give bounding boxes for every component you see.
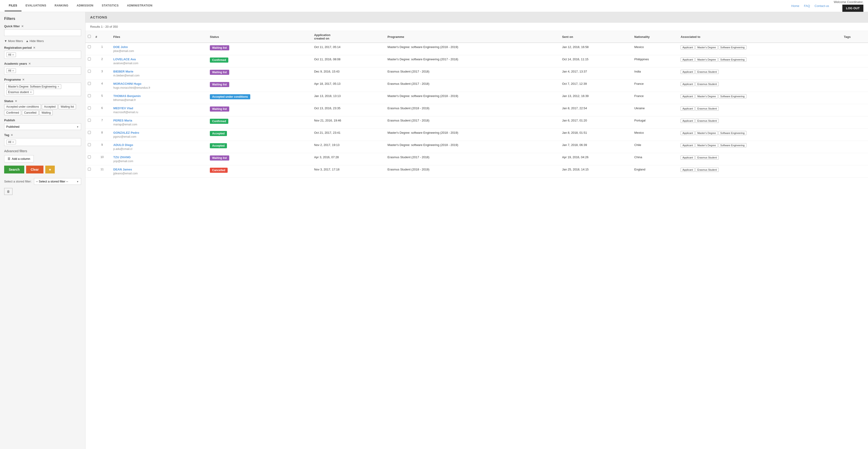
table-row: 11DEAN Jamesjjdeano@email.comCancelledNo… [86,165,868,178]
publish-section: Publish Published Unpublished All [4,119,81,130]
applicant-name[interactable]: DEAN James [113,168,205,171]
applicant-name[interactable]: PERES Maria [113,119,205,122]
associated-to-cell: ApplicantErasmus Student [678,153,841,165]
registration-tag-remove[interactable]: ✕ [12,53,14,56]
programme-tag-1-remove[interactable]: ✕ [57,85,59,88]
table-row: 2LOVELACE Avaavalove@email.comConfirmedO… [86,55,868,67]
welcome-text: Welcome Coordinator, [834,0,863,4]
applicant-cell: PERES Mariamariap@email.com [111,117,208,129]
application-date-cell: Jan 13, 2018, 13:13 [312,92,385,104]
row-checkbox[interactable] [88,143,91,146]
applicant-name[interactable]: BIEBER Marie [113,70,205,73]
application-date-cell: Nov 21, 2016, 19:46 [312,117,385,129]
row-checkbox[interactable] [88,106,91,109]
applicant-name[interactable]: THOMAS Benjamin [113,94,205,98]
associated-to-cell: ApplicantMaster's DegreeSoftware Enginee… [678,43,841,55]
contact-link[interactable]: Contact-us [815,4,829,8]
stored-filter-select-wrapper: -- Select a stored filter -- [34,178,81,185]
add-column-button[interactable]: ☰ Add a column [4,155,34,162]
registration-period-section: Registration period ✕ All ✕ [4,46,81,59]
row-checkbox[interactable] [88,119,91,122]
table-row: 10TZU ZHANGyop@email.comWaiting listApr … [86,153,868,165]
tab-administration[interactable]: ADMINISTRATION [123,0,157,11]
status-cell: Waiting list [208,80,312,92]
associated-tag: Applicant [681,58,695,62]
applicant-name[interactable]: TZU ZHANG [113,155,205,159]
quick-filter-clear[interactable]: ✕ [21,25,24,28]
associated-to-cell: ApplicantErasmus Student [678,117,841,129]
status-badge: Accepted [210,131,227,136]
programme-tag-2-remove[interactable]: ✕ [30,91,32,94]
applicant-name[interactable]: MEDYEV Vlad [113,106,205,110]
tab-evaluations[interactable]: EVALUATIONS [22,0,51,11]
row-checkbox[interactable] [88,45,91,48]
search-button[interactable]: Search [4,166,24,173]
quick-filter-section: Quick filter ✕ [4,25,81,36]
associated-to-cell: ApplicantErasmus Student [678,67,841,80]
status-cell: Accepted [208,141,312,153]
row-checkbox[interactable] [88,58,91,61]
nationality-cell: Ukraine [632,104,678,117]
row-checkbox[interactable] [88,168,91,171]
programme-cell: Master's Degree: software Engineering (2… [385,129,560,141]
applicant-name[interactable]: LOVELACE Ava [113,58,205,61]
tab-files[interactable]: FILES [5,0,22,11]
status-tag-cancelled[interactable]: Cancelled [22,110,38,115]
status-clear[interactable]: ✕ [15,100,17,103]
applicant-email: mariap@email.com [113,123,137,126]
row-checkbox[interactable] [88,82,91,85]
tags-cell [842,141,868,153]
programme-clear[interactable]: ✕ [22,78,25,81]
sent-on-cell: Jan 8, 2017, 22:54 [560,104,632,117]
status-tag-waiting-list[interactable]: Waiting list [59,104,76,109]
home-link[interactable]: Home [791,4,799,8]
status-cell: Waiting list [208,43,312,55]
tab-ranking[interactable]: RANKING [51,0,72,11]
associated-to-cell: ApplicantMaster's DegreeSoftware Enginee… [678,129,841,141]
applicant-name[interactable]: MORACCHINI Hugo [113,82,205,86]
applicant-name[interactable]: DOE John [113,45,205,49]
programme-cell: Erasmus Student (2017 - 2018) [385,117,560,129]
registration-period-tags: All ✕ [4,51,81,59]
status-tag-waiting[interactable]: Waiting [39,110,53,115]
status-tag-accepted[interactable]: Accepted [42,104,58,109]
tab-admission[interactable]: ADMISSION [72,0,98,11]
status-tag-confirmed[interactable]: Confirmed [4,110,21,115]
nationality-cell: India [632,67,678,80]
stored-filter-label: Select a stored filter: [4,180,32,183]
trash-button[interactable]: 🗑 [4,188,12,195]
quick-filter-input[interactable] [4,29,81,36]
applicant-cell: BIEBER Mariem.bieber@email.com [111,67,208,80]
status-badge: Waiting list [210,70,229,75]
tag-clear[interactable]: ✕ [11,133,13,137]
hide-filters-toggle[interactable]: ▲ Hide filters [26,39,44,43]
applicant-cell: GONZALEZ Pedropgonz@email.com [111,129,208,141]
logout-button[interactable]: LOG OUT [842,5,863,12]
academic-years-label: Academic years ✕ [4,62,81,65]
col-num: # [93,31,111,43]
status-cell: Waiting list [208,104,312,117]
row-checkbox[interactable] [88,155,91,158]
associated-tag: Master's Degree [695,143,718,147]
status-tag-accepted-conditions[interactable]: Accepted under conditions [4,104,41,109]
registration-period-clear[interactable]: ✕ [33,46,35,50]
nav-right: Home FAQ Contact-us Welcome Coordinator,… [791,0,863,12]
row-checkbox[interactable] [88,70,91,73]
tag-all-remove[interactable]: ✕ [12,141,14,144]
faq-link[interactable]: FAQ [804,4,810,8]
academic-years-clear[interactable]: ✕ [28,62,31,65]
stored-filter-select[interactable]: -- Select a stored filter -- [34,178,81,185]
applicant-name[interactable]: ADULO Diego [113,143,205,147]
row-checkbox[interactable] [88,94,91,97]
tab-statistics[interactable]: STATISTICS [97,0,123,11]
row-checkbox[interactable] [88,131,91,134]
select-all-checkbox[interactable] [88,35,91,38]
applicant-name[interactable]: GONZALEZ Pedro [113,131,205,134]
clear-button[interactable]: Clear [26,166,43,173]
academic-years-tag-remove[interactable]: ✕ [12,69,14,72]
more-filters-toggle[interactable]: ▼ More filters [4,39,23,43]
associated-tag: Erasmus Student [695,106,718,110]
star-button[interactable]: ★ [45,166,55,173]
tags-cell [842,92,868,104]
publish-select[interactable]: Published Unpublished All [4,123,81,130]
